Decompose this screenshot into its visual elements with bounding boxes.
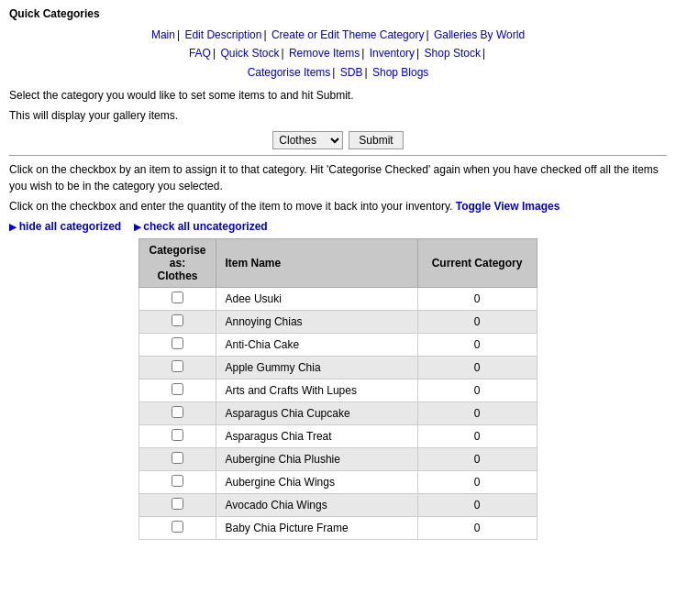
item-name-cell: Asparagus Chia Cupcake: [216, 402, 417, 425]
category-select[interactable]: Clothes Books Food Toys Weapons Petpets …: [272, 131, 343, 149]
checkbox-cell: [139, 425, 216, 448]
nav-edit-description[interactable]: Edit Description: [184, 28, 261, 41]
item-checkbox[interactable]: [172, 383, 183, 395]
current-category-cell: 0: [417, 311, 537, 334]
checkbox-cell: [139, 471, 216, 494]
item-checkbox[interactable]: [172, 521, 183, 533]
nav-inventory[interactable]: Inventory: [370, 47, 415, 60]
nav-shop-stock[interactable]: Shop Stock: [425, 47, 481, 60]
item-checkbox[interactable]: [172, 498, 183, 510]
checkbox-cell: [139, 311, 216, 334]
table-row: Apple Gummy Chia0: [139, 357, 537, 380]
item-checkbox[interactable]: [172, 406, 183, 418]
table-row: Anti-Chia Cake0: [139, 334, 537, 357]
checkbox-cell: [139, 334, 216, 357]
item-name-cell: Aubergine Chia Wings: [216, 471, 417, 494]
categorise-as-label: Categorise as:: [149, 244, 205, 270]
item-checkbox[interactable]: [172, 337, 183, 349]
current-category-cell: 0: [417, 380, 537, 402]
hide-all-categorized-link[interactable]: hide all categorized: [9, 220, 121, 233]
table-row: Baby Chia Picture Frame0: [139, 517, 537, 540]
item-name-cell: Avocado Chia Wings: [216, 494, 417, 517]
nav-galleries-by-world[interactable]: Galleries By World: [434, 28, 525, 41]
nav-links: Main| Edit Description| Create or Edit T…: [9, 26, 667, 82]
item-name-cell: Baby Chia Picture Frame: [216, 517, 417, 540]
checkbox-cell: [139, 494, 216, 517]
table-row: Asparagus Chia Treat0: [139, 425, 537, 448]
table-row: Adee Usuki0: [139, 288, 537, 311]
info-text-1: Click on the checkbox by an item to assi…: [9, 161, 667, 194]
item-checkbox[interactable]: [172, 292, 183, 303]
current-category-cell: 0: [417, 448, 537, 471]
current-category-cell: 0: [417, 334, 537, 357]
checkbox-cell: [139, 357, 216, 380]
item-checkbox[interactable]: [172, 314, 183, 326]
toggle-links: hide all categorized check all uncategor…: [9, 220, 667, 233]
nav-main[interactable]: Main: [151, 28, 175, 41]
category-select-row: Clothes Books Food Toys Weapons Petpets …: [9, 131, 667, 149]
categorise-as-value: Clothes: [157, 270, 197, 282]
item-name-cell: Aubergine Chia Plushie: [216, 448, 417, 471]
checkbox-cell: [139, 402, 216, 425]
table-row: Annoying Chias0: [139, 311, 537, 334]
current-category-cell: 0: [417, 357, 537, 380]
nav-sdb[interactable]: SDB: [340, 66, 363, 79]
instruction-line1: Select the category you would like to se…: [9, 89, 667, 102]
item-name-cell: Apple Gummy Chia: [216, 357, 417, 380]
item-checkbox[interactable]: [172, 475, 183, 487]
current-category-cell: 0: [417, 425, 537, 448]
table-row: Asparagus Chia Cupcake0: [139, 402, 537, 425]
current-category-cell: 0: [417, 288, 537, 311]
items-table: Categorise as: Clothes Item Name Current…: [139, 238, 537, 540]
toggle-view-images-link[interactable]: Toggle View Images: [456, 200, 560, 213]
current-category-cell: 0: [417, 471, 537, 494]
item-name-cell: Asparagus Chia Treat: [216, 425, 417, 448]
table-row: Arts and Crafts With Lupes0: [139, 380, 537, 402]
checkbox-cell: [139, 288, 216, 311]
categorise-as-header: Categorise as: Clothes: [139, 239, 216, 288]
nav-create-edit-theme[interactable]: Create or Edit Theme Category: [272, 28, 425, 41]
checkbox-cell: [139, 448, 216, 471]
item-checkbox[interactable]: [172, 360, 183, 372]
checkbox-cell: [139, 517, 216, 540]
item-checkbox[interactable]: [172, 452, 183, 464]
info-text-2: Click on the checkbox and enter the quan…: [9, 198, 667, 214]
table-row: Aubergine Chia Wings0: [139, 471, 537, 494]
nav-remove-items[interactable]: Remove Items: [289, 47, 360, 60]
current-category-cell: 0: [417, 517, 537, 540]
nav-shop-blogs[interactable]: Shop Blogs: [372, 66, 428, 79]
instruction-line2: This will display your gallery items.: [9, 109, 667, 122]
item-name-header: Item Name: [216, 239, 417, 288]
nav-categorise-items[interactable]: Categorise Items: [248, 66, 331, 79]
item-checkbox[interactable]: [172, 429, 183, 441]
item-name-cell: Adee Usuki: [216, 288, 417, 311]
nav-quick-stock[interactable]: Quick Stock: [220, 47, 279, 60]
table-row: Avocado Chia Wings0: [139, 494, 537, 517]
current-category-cell: 0: [417, 494, 537, 517]
current-category-header: Current Category: [417, 239, 537, 288]
checkbox-cell: [139, 380, 216, 402]
item-name-cell: Annoying Chias: [216, 311, 417, 334]
check-all-uncategorized-link[interactable]: check all uncategorized: [134, 220, 268, 233]
submit-button[interactable]: Submit: [349, 131, 403, 149]
item-name-cell: Arts and Crafts With Lupes: [216, 380, 417, 402]
page-title: Quick Categories: [9, 7, 667, 20]
table-row: Aubergine Chia Plushie0: [139, 448, 537, 471]
info-text-2-content: Click on the checkbox and enter the quan…: [9, 200, 452, 213]
nav-faq[interactable]: FAQ: [189, 47, 211, 60]
current-category-cell: 0: [417, 402, 537, 425]
divider: [9, 155, 667, 156]
item-name-cell: Anti-Chia Cake: [216, 334, 417, 357]
